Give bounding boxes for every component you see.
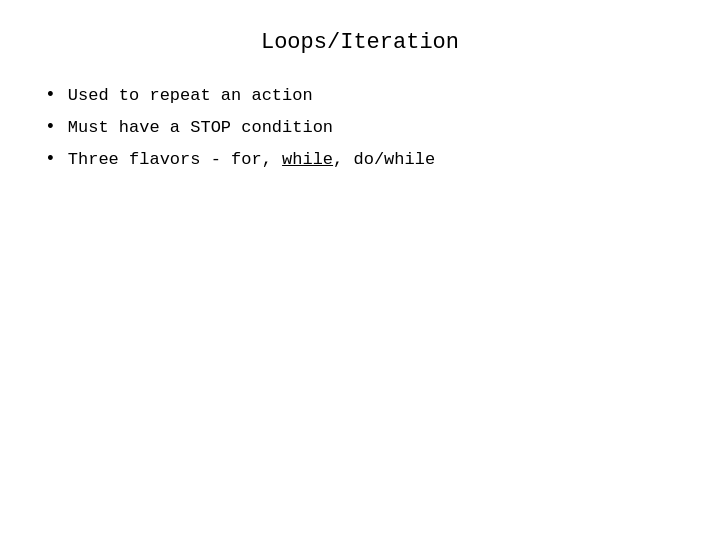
- bullet-dot: •: [45, 117, 56, 137]
- bullet-3-text: Three flavors - for, while, do/while: [68, 150, 435, 169]
- while-keyword: while: [282, 150, 333, 169]
- bullet-dot: •: [45, 85, 56, 105]
- bullet-2-text: Must have a STOP condition: [68, 118, 333, 137]
- bullet-dot: •: [45, 149, 56, 169]
- list-item: • Three flavors - for, while, do/while: [45, 149, 690, 169]
- bullet-list: • Used to repeat an action • Must have a…: [45, 85, 690, 169]
- page-container: Loops/Iteration • Used to repeat an acti…: [0, 0, 720, 540]
- page-title: Loops/Iteration: [30, 30, 690, 55]
- list-item: • Must have a STOP condition: [45, 117, 690, 137]
- bullet-1-text: Used to repeat an action: [68, 86, 313, 105]
- list-item: • Used to repeat an action: [45, 85, 690, 105]
